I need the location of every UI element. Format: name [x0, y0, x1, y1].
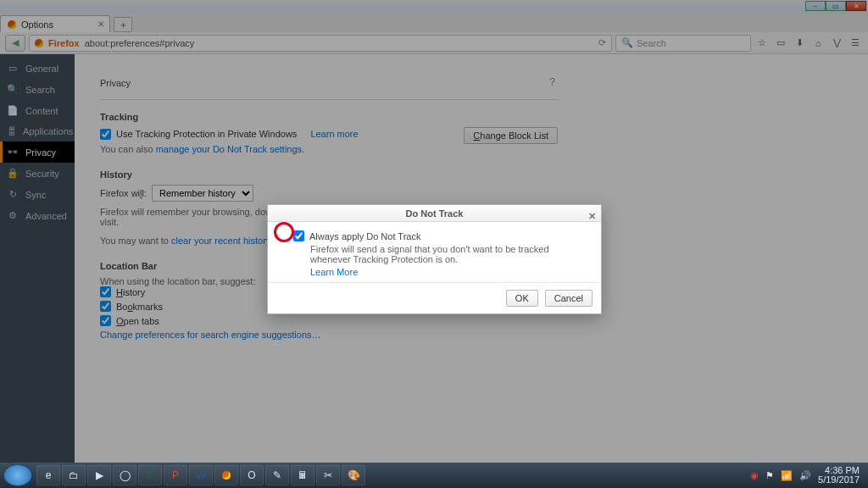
- taskbar-explorer-icon[interactable]: 🗀: [62, 465, 86, 485]
- taskbar-calc-icon[interactable]: 🖩: [291, 465, 314, 485]
- url-text: about:preferences#privacy: [85, 38, 195, 48]
- sidebar-item-content[interactable]: 📄Content: [0, 100, 75, 121]
- square-icon: ▭: [7, 63, 19, 74]
- sidebar-item-sync[interactable]: ↻Sync: [0, 184, 75, 205]
- sidebar-item-security[interactable]: 🔒Security: [0, 163, 75, 184]
- sidebar-item-label: General: [25, 64, 58, 74]
- apps-icon: 🎛: [7, 126, 16, 136]
- gear-icon: ⚙: [7, 210, 19, 221]
- browser-tabstrip: Options ✕ ＋: [0, 14, 868, 32]
- document-icon: 📄: [7, 105, 19, 116]
- close-tab-icon[interactable]: ✕: [97, 19, 104, 29]
- taskbar-outlook-icon[interactable]: O: [240, 465, 264, 485]
- mask-icon: 👓: [7, 147, 19, 158]
- reload-icon[interactable]: ⟳: [598, 37, 606, 48]
- history-mode-select[interactable]: Remember history: [152, 185, 253, 202]
- learn-more-link[interactable]: Learn more: [310, 129, 358, 139]
- dialog-title: Do Not Track ✕: [268, 205, 601, 222]
- sidebar-item-applications[interactable]: 🎛Applications: [0, 121, 75, 141]
- tray-wifi-icon[interactable]: 📶: [781, 470, 793, 481]
- minimize-button[interactable]: －: [805, 1, 826, 11]
- sidebar-item-general[interactable]: ▭General: [0, 58, 75, 79]
- sidebar-item-advanced[interactable]: ⚙Advanced: [0, 205, 75, 226]
- sidebar-item-search[interactable]: 🔍Search: [0, 79, 75, 100]
- taskbar-ie-icon[interactable]: e: [36, 465, 60, 485]
- page-title: Privacy ？: [100, 71, 558, 100]
- start-button[interactable]: [3, 464, 32, 486]
- windows-taskbar: e 🗀 ▶ ◯ X P W O ✎ 🖩 ✂ 🎨 ◉ ⚑ 📶 🔊 4:36 PM …: [0, 463, 868, 488]
- tracking-subtext: You can also manage your Do Not Track se…: [100, 144, 558, 154]
- preferences-sidebar: ▭General 🔍Search 📄Content 🎛Applications …: [0, 54, 75, 463]
- address-bar[interactable]: Firefox about:preferences#privacy ⟳: [29, 35, 612, 52]
- sidebar-item-label: Sync: [25, 190, 46, 200]
- os-titlebar: － ▭ ✕: [0, 0, 868, 14]
- new-tab-button[interactable]: ＋: [114, 17, 132, 32]
- download-icon[interactable]: ⬇: [792, 37, 807, 48]
- url-brand: Firefox: [48, 38, 80, 48]
- maximize-button[interactable]: ▭: [826, 1, 846, 11]
- search-icon: 🔍: [621, 37, 633, 48]
- history-heading: History: [100, 169, 558, 180]
- close-button[interactable]: ✕: [846, 1, 866, 11]
- sidebar-item-label: Applications: [23, 126, 73, 136]
- tray-clock[interactable]: 4:36 PM 5/19/2017: [818, 466, 860, 485]
- taskbar-snip-icon[interactable]: ✂: [316, 465, 340, 485]
- manage-dnt-link[interactable]: manage your Do Not Track settings.: [156, 144, 304, 154]
- always-apply-dnt-checkbox[interactable]: Always apply Do Not Track: [293, 230, 587, 241]
- sidebar-item-label: Search: [25, 85, 55, 95]
- search-icon: 🔍: [7, 84, 19, 95]
- tab-favicon: [8, 20, 16, 29]
- search-suggestions-link[interactable]: Change preferences for search engine sug…: [100, 330, 558, 340]
- taskbar-firefox-icon[interactable]: [214, 465, 238, 485]
- dialog-close-icon[interactable]: ✕: [588, 208, 596, 225]
- pocket-icon[interactable]: ⋁: [829, 37, 844, 48]
- taskbar-paint-icon[interactable]: 🎨: [342, 465, 365, 485]
- taskbar-media-icon[interactable]: ▶: [87, 465, 111, 485]
- star-icon[interactable]: ☆: [754, 37, 770, 48]
- back-button[interactable]: ◀: [5, 35, 25, 52]
- taskbar-notepad-icon[interactable]: ✎: [265, 465, 289, 485]
- lock-icon: 🔒: [7, 168, 19, 179]
- tracking-heading: Tracking: [100, 112, 558, 122]
- sidebar-item-privacy[interactable]: 👓Privacy: [0, 141, 75, 163]
- clear-history-link[interactable]: clear your recent history: [171, 236, 270, 246]
- help-icon[interactable]: ？: [547, 75, 558, 90]
- tracking-protection-checkbox[interactable]: Use Tracking Protection in Private Windo…: [100, 129, 359, 140]
- cancel-button[interactable]: Cancel: [545, 290, 593, 307]
- taskbar-word-icon[interactable]: W: [189, 465, 213, 485]
- tray-network-icon[interactable]: ◉: [750, 470, 759, 481]
- menu-icon[interactable]: ☰: [848, 37, 863, 48]
- taskbar-excel-icon[interactable]: X: [138, 465, 162, 485]
- tab-title: Options: [21, 19, 53, 30]
- search-box[interactable]: 🔍 Search: [615, 35, 751, 52]
- dialog-learn-more-link[interactable]: Learn More: [310, 267, 358, 277]
- browser-tab[interactable]: Options ✕: [0, 15, 110, 32]
- change-block-list-button[interactable]: Change Block List: [464, 127, 558, 144]
- taskbar-powerpoint-icon[interactable]: P: [164, 465, 187, 485]
- ok-button[interactable]: OK: [506, 290, 538, 307]
- system-tray: ◉ ⚑ 📶 🔊 4:36 PM 5/19/2017: [750, 466, 865, 485]
- sidebar-item-label: Security: [25, 169, 59, 179]
- dialog-description: Firefox will send a signal that you don'…: [310, 244, 587, 264]
- tray-volume-icon[interactable]: 🔊: [799, 470, 811, 481]
- clipboard-icon[interactable]: ▭: [773, 37, 788, 48]
- history-will-label: Firefox will:: [100, 188, 147, 198]
- sidebar-item-label: Advanced: [25, 211, 67, 221]
- home-icon[interactable]: ⌂: [810, 38, 826, 48]
- sidebar-item-label: Privacy: [25, 147, 56, 158]
- sync-icon: ↻: [7, 189, 19, 200]
- firefox-favicon-icon: [35, 39, 43, 47]
- sidebar-item-label: Content: [25, 106, 58, 116]
- do-not-track-dialog: Do Not Track ✕ Always apply Do Not Track…: [267, 204, 602, 314]
- suggest-opentabs-checkbox[interactable]: Open tabs: [100, 315, 558, 326]
- taskbar-chrome-icon[interactable]: ◯: [113, 465, 136, 485]
- tray-flag-icon[interactable]: ⚑: [765, 470, 774, 481]
- browser-toolbar: ◀ Firefox about:preferences#privacy ⟳ 🔍 …: [0, 32, 868, 54]
- search-placeholder: Search: [637, 38, 666, 48]
